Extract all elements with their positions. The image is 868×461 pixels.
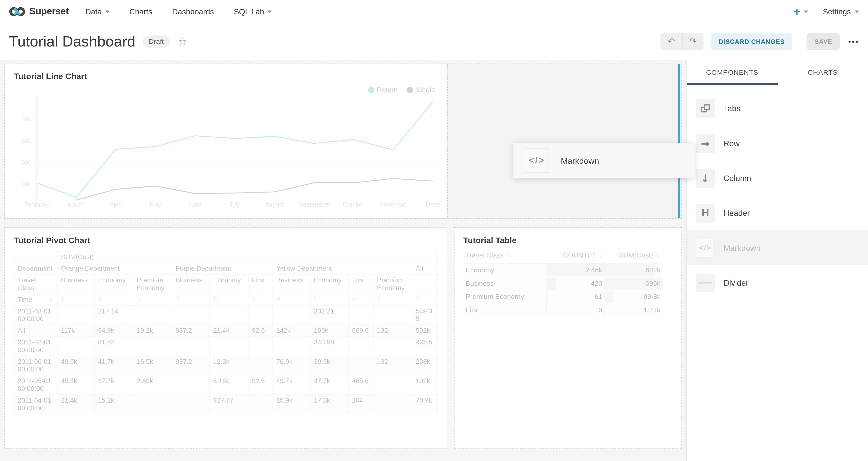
nav-item-sql-lab[interactable]: SQL Lab — [234, 7, 272, 16]
pivot-cell — [248, 336, 273, 356]
sort-icon[interactable]: ⇅ — [248, 294, 273, 305]
nav-item-data[interactable]: Data — [85, 7, 110, 16]
pivot-cell — [210, 305, 248, 325]
pivot-cell: 49.7k — [273, 375, 310, 395]
legend-item-return[interactable]: Return — [368, 86, 398, 94]
pivot-subheader-row: Travel ClassBusinessEconomyPremium Econo… — [14, 274, 438, 294]
pivot-cell: 21.4k — [210, 325, 248, 336]
discard-changes-button[interactable]: DISCARD CHANGES — [711, 33, 792, 50]
pivot-column-header: Travel Class — [14, 274, 57, 294]
nav-menu: DataChartsDashboardsSQL Lab — [85, 7, 272, 16]
sidebar-tabs: COMPONENTSCHARTS — [687, 60, 868, 86]
pivot-row: All117k94.9k19.2k937.221.4k92.6142k106k6… — [14, 325, 438, 336]
sort-icon[interactable]: ⇅ — [273, 294, 310, 305]
pivot-cell: 927.77 — [210, 395, 248, 414]
pivot-row-label: 2011-06-01 00:00:00 — [14, 356, 57, 375]
pivot-cell: 15.9k — [273, 395, 310, 414]
more-options-icon[interactable]: ••• — [848, 37, 859, 46]
redo-button[interactable]: ↷ — [682, 33, 704, 50]
header-icon: H — [696, 204, 715, 222]
save-button[interactable]: SAVE — [807, 33, 840, 50]
value-cell: 602k — [604, 264, 662, 277]
pivot-group-header: Purple Department — [172, 263, 273, 274]
nav-item-dashboards[interactable]: Dashboards — [172, 7, 214, 16]
pivot-column-header: Business — [57, 274, 94, 294]
column-header-count-[interactable]: COUNT(*)⇅ — [546, 250, 604, 263]
settings-menu[interactable]: Settings — [823, 7, 859, 16]
pivot-cell — [373, 395, 412, 414]
svg-text:May: May — [150, 201, 161, 208]
legend-dot-icon — [368, 87, 374, 93]
favorite-star-icon[interactable]: ☆ — [178, 35, 187, 48]
brand-name: Superset — [29, 6, 69, 17]
table-chart-card[interactable]: Tutorial Table Travel Class⇅COUNT(*)⇅SUM… — [454, 227, 682, 449]
sort-icon[interactable]: ⇅ — [210, 294, 248, 305]
plus-icon[interactable]: + — [794, 6, 800, 17]
pivot-column-header: Business — [172, 274, 210, 294]
line-chart-card[interactable]: Tutorial Line Chart ReturnSingle 2004006… — [5, 64, 448, 218]
pivot-sort-time[interactable]: Time⇅ — [14, 294, 57, 305]
column-header-label: Travel Class — [466, 251, 504, 259]
legend-label: Single — [416, 86, 435, 94]
svg-text:April: April — [110, 201, 122, 208]
pivot-group-header: Yellow Department — [273, 263, 412, 274]
row-label-cell: Business — [463, 277, 546, 290]
empty-drop-area[interactable] — [448, 64, 681, 218]
undo-button[interactable]: ↶ — [660, 33, 682, 50]
header-actions: ↶ ↷ DISCARD CHANGES SAVE ••• — [660, 33, 859, 50]
pivot-chart-card[interactable]: Tutorial Pivot Chart SUM(Cost)Department… — [4, 227, 447, 449]
pivot-row: 2011-03-01 00:00:00217.14332.21549.35 — [14, 305, 438, 325]
pivot-cell — [57, 305, 94, 325]
column-header-sum-cost-[interactable]: SUM(Cost)⇅ — [604, 250, 662, 263]
nav-item-charts[interactable]: Charts — [129, 7, 152, 16]
svg-text:200: 200 — [22, 180, 32, 187]
sort-icon[interactable]: ⇅ — [656, 252, 660, 258]
drag-ghost-markdown[interactable]: </> Markdown — [513, 143, 695, 178]
sort-icon[interactable]: ⇅ — [172, 294, 210, 305]
sidebar-item-header[interactable]: HHeader — [687, 195, 868, 230]
table-row: Premium Economy6199.8k — [463, 290, 662, 304]
column-header-label: SUM(Cost) — [619, 251, 653, 259]
value-cell: 61 — [546, 290, 604, 304]
sort-icon[interactable]: ⇅ — [49, 297, 54, 303]
column-header-travel-class[interactable]: Travel Class⇅ — [463, 250, 546, 263]
sort-icon[interactable]: ⇅ — [57, 294, 94, 305]
data-table-wrap: Travel Class⇅COUNT(*)⇅SUM(Cost)⇅Economy2… — [463, 250, 673, 317]
sort-icon[interactable]: ⇅ — [507, 252, 511, 258]
chart-legend: ReturnSingle — [368, 86, 435, 94]
sort-icon[interactable]: ⇅ — [133, 294, 172, 305]
nav-item-label: SQL Lab — [234, 7, 264, 16]
sort-icon[interactable]: ⇅ — [348, 294, 373, 305]
sort-icon[interactable]: ⇅ — [310, 294, 348, 305]
superset-logo[interactable]: Superset — [9, 6, 69, 17]
tab-charts[interactable]: CHARTS — [777, 60, 868, 85]
chevron-down-icon — [268, 10, 272, 13]
infinity-logo-icon — [9, 6, 25, 17]
builder-sidebar: COMPONENTSCHARTS Tabs→Row↓ColumnHHeader<… — [686, 60, 868, 461]
sort-icon[interactable]: ⇅ — [94, 294, 133, 305]
pivot-row-label: 2011-02-01 00:00:00 — [14, 336, 57, 356]
pivot-table-wrap: SUM(Cost)DepartmentOrange DepartmentPurp… — [14, 251, 438, 414]
sort-icon[interactable]: ⇅ — [373, 294, 412, 305]
sidebar-item-row[interactable]: →Row — [687, 126, 868, 160]
sidebar-item-markdown[interactable]: </>Markdown — [687, 230, 868, 265]
dashboard-canvas: Tutorial Line Chart ReturnSingle 2004006… — [0, 60, 686, 461]
pivot-cell: 41.7k — [94, 356, 133, 375]
tab-components[interactable]: COMPONENTS — [687, 60, 777, 85]
pivot-group-header: Department — [14, 263, 57, 274]
sidebar-item-column[interactable]: ↓Column — [687, 161, 868, 195]
pivot-cell — [248, 356, 273, 375]
sidebar-item-tabs[interactable]: Tabs — [687, 91, 868, 126]
sidebar-item-divider[interactable]: Divider — [687, 265, 868, 300]
pivot-column-header: Economy — [210, 274, 248, 294]
pivot-cell: 81.52 — [94, 336, 133, 356]
legend-item-single[interactable]: Single — [407, 86, 435, 94]
sidebar-item-label: Markdown — [723, 243, 761, 252]
sort-icon[interactable]: ⇅ — [598, 252, 602, 258]
table-row: First91.71k — [463, 304, 662, 317]
sort-icon[interactable]: ⇅ — [412, 294, 438, 305]
new-item-dropdown[interactable]: + — [794, 6, 809, 17]
pivot-row: 2011-06-01 00:00:0049.9k41.7k16.5k937.21… — [14, 356, 438, 375]
pivot-cell: 12.3k — [210, 356, 248, 375]
pivot-cell — [273, 305, 310, 325]
